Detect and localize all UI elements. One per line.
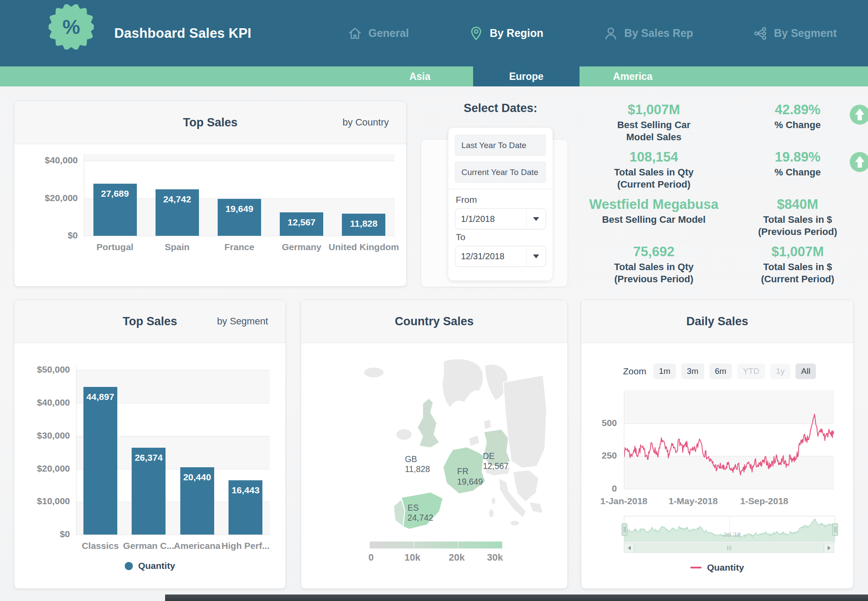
preset-last-year-to-date[interactable]: Last Year To Date xyxy=(455,135,546,156)
y-axis-tick: 250 xyxy=(586,450,617,461)
map-country-other xyxy=(529,502,543,514)
bar-germany[interactable]: 12,567 xyxy=(280,212,323,236)
plot-band xyxy=(84,154,395,161)
percent-badge-icon: % xyxy=(49,4,94,50)
to-date-select[interactable]: 12/31/2018 xyxy=(455,246,546,267)
map-label-fr-code: FR xyxy=(457,466,468,476)
tab-asia[interactable]: Asia xyxy=(367,66,473,86)
zoom-button-3m[interactable]: 3m xyxy=(681,363,704,379)
select-dates-panel: Last Year To DateCurrent Year To Date Fr… xyxy=(448,128,553,281)
from-date-select[interactable]: 1/1/2018 xyxy=(455,208,546,229)
trend-up-arrow-icon xyxy=(849,104,868,125)
nav-item-by-region[interactable]: By Region xyxy=(469,26,543,41)
kpi-label: Best Selling Car Model xyxy=(576,214,732,226)
y-axis-tick: $40,000 xyxy=(19,155,78,165)
bar-value-label: 20,440 xyxy=(180,472,214,482)
map-country-other xyxy=(442,359,483,408)
chart-scrollbar[interactable] xyxy=(624,543,834,553)
map-label-es-code: ES xyxy=(407,503,419,512)
y-axis-tick: $30,000 xyxy=(11,430,70,441)
kpi-card-7: $1,007MTotal Sales in $ (Current Period) xyxy=(732,240,863,287)
location-pin-icon xyxy=(469,26,484,41)
chevron-down-icon[interactable] xyxy=(526,246,546,266)
scroll-thumb[interactable] xyxy=(634,544,824,552)
chevron-down-icon[interactable] xyxy=(526,209,546,229)
kpi-value: $1,007M xyxy=(732,244,863,260)
x-axis-category: High Perf... xyxy=(209,541,283,551)
kpi-card-5: $840MTotal Sales in $ (Previous Period) xyxy=(732,193,863,240)
scale-tick: 30k xyxy=(487,552,503,563)
bar-classics[interactable]: 44,897 xyxy=(83,387,117,535)
bar-americana[interactable]: 20,440 xyxy=(180,467,214,535)
kpi-label: Total Sales in Qty (Previous Period) xyxy=(576,261,732,285)
to-date-value: 12/31/2018 xyxy=(455,251,526,261)
card-header: Daily Sales xyxy=(581,300,853,343)
nav-item-general[interactable]: General xyxy=(348,26,409,41)
bar-france[interactable]: 19,649 xyxy=(218,199,261,236)
legend-marker xyxy=(690,567,702,568)
y-axis-tick: 0 xyxy=(586,483,617,494)
kpi-card-6: 75,692Total Sales in Qty (Previous Perio… xyxy=(576,240,732,287)
line-chart-plot-area xyxy=(624,390,834,489)
kpi-grid: $1,007MBest Selling Car Model Sales42.89… xyxy=(576,98,863,287)
map-country-other xyxy=(503,375,547,468)
nav-item-label: By Segment xyxy=(774,27,836,40)
map-country-other xyxy=(364,367,384,378)
gridline xyxy=(76,535,270,535)
tab-europe[interactable]: Europe xyxy=(473,66,580,86)
nav-item-by-segment[interactable]: By Segment xyxy=(753,26,836,41)
bar-german-c-[interactable]: 26,374 xyxy=(132,448,166,535)
zoom-button-1y: 1y xyxy=(770,363,790,379)
x-axis-tick: 1-May-2018 xyxy=(659,496,728,506)
quantity-line-series xyxy=(624,390,834,489)
kpi-value: $1,007M xyxy=(576,102,732,118)
map-color-scale xyxy=(370,542,502,548)
map-country-other xyxy=(489,509,494,518)
zoom-button-6m[interactable]: 6m xyxy=(709,363,732,379)
navigator-right-handle[interactable] xyxy=(832,523,838,536)
kpi-label: % Change xyxy=(732,119,863,131)
gridline xyxy=(624,489,834,489)
scroll-left-arrow[interactable] xyxy=(624,544,634,552)
chart-legend: Quantity xyxy=(581,562,853,573)
daily-sales-card: Daily Sales Zoom 1m3m6mYTD1yAll Jul '18 … xyxy=(581,300,854,589)
y-axis-tick: $20,000 xyxy=(11,463,70,474)
map-country-gb[interactable] xyxy=(417,398,440,448)
europe-map: GB 11,828 DE 12,567 FR 19,649 ES 24,742 xyxy=(350,356,550,533)
y-axis-line xyxy=(624,390,624,489)
bar-united-kingdom[interactable]: 11,828 xyxy=(342,214,385,236)
zoom-controls: Zoom 1m3m6mYTD1yAll xyxy=(623,363,816,379)
main-nav: GeneralBy RegionBy Sales RepBy Segment xyxy=(348,0,837,66)
navigator-left-handle[interactable] xyxy=(622,523,627,536)
card-subtitle: by Country xyxy=(343,101,389,144)
scroll-right-arrow[interactable] xyxy=(824,544,834,552)
country-sales-map-card: Country Sales xyxy=(301,300,568,589)
legend-label: Quantity xyxy=(707,562,744,573)
gridline xyxy=(84,236,395,236)
bar-chart-plot-area: 27,68924,74219,64912,56711,828 xyxy=(84,154,395,236)
zoom-button-1m[interactable]: 1m xyxy=(653,363,676,379)
tab-america[interactable]: America xyxy=(580,66,686,86)
map-label-de-value: 12,567 xyxy=(483,461,508,471)
bar-portugal[interactable]: 27,689 xyxy=(93,184,137,236)
preset-current-year-to-date[interactable]: Current Year To Date xyxy=(455,162,546,183)
gridline xyxy=(76,370,270,370)
scale-tick: 0 xyxy=(368,552,374,563)
y-axis-tick: 500 xyxy=(586,418,617,428)
card-title: Country Sales xyxy=(301,300,567,343)
kpi-label: % Change xyxy=(732,166,863,178)
zoom-button-ytd: YTD xyxy=(737,363,765,379)
trend-up-arrow-icon xyxy=(849,152,868,172)
kpi-card-3: 19.89%% Change xyxy=(732,145,863,193)
chart-navigator[interactable]: Jul '18 xyxy=(624,516,835,543)
bar-spain[interactable]: 24,742 xyxy=(156,189,199,236)
zoom-label: Zoom xyxy=(623,366,646,376)
map-label-es-value: 24,742 xyxy=(407,513,433,522)
nav-item-by-sales-rep[interactable]: By Sales Rep xyxy=(603,26,693,41)
zoom-button-all[interactable]: All xyxy=(795,363,816,379)
select-dates-title: Select Dates: xyxy=(440,102,561,115)
bar-high-perf-[interactable]: 16,443 xyxy=(229,480,262,535)
kpi-card-2: 108,154Total Sales in Qty (Current Perio… xyxy=(576,145,732,193)
kpi-value: 75,692 xyxy=(576,244,732,260)
kpi-card-0: $1,007MBest Selling Car Model Sales xyxy=(576,98,732,145)
